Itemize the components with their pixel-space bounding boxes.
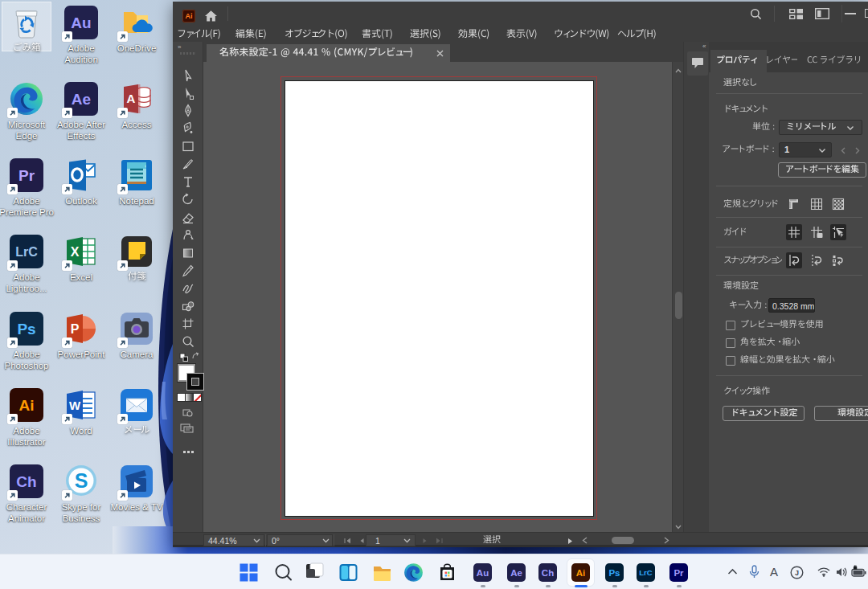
svg-text:W: W — [69, 399, 81, 412]
svg-text:Ai: Ai — [19, 397, 35, 414]
svg-text:LrC: LrC — [15, 245, 38, 259]
svg-text:Ae: Ae — [510, 568, 522, 578]
svg-text:J: J — [795, 569, 799, 577]
svg-text:Ps: Ps — [608, 568, 620, 578]
svg-text:Ps: Ps — [17, 321, 35, 337]
svg-text:A: A — [127, 92, 136, 105]
svg-text:Au: Au — [477, 568, 489, 578]
svg-text:X: X — [71, 245, 80, 259]
svg-text:Pr: Pr — [18, 167, 35, 184]
svg-text:LrC: LrC — [639, 568, 653, 577]
svg-text:P: P — [71, 322, 80, 336]
svg-text:Ch: Ch — [542, 568, 554, 578]
svg-text:Ai: Ai — [576, 568, 586, 578]
svg-text:Pr: Pr — [674, 568, 684, 578]
svg-text:S: S — [75, 469, 88, 492]
svg-text:Au: Au — [71, 14, 91, 31]
svg-text:Ae: Ae — [72, 91, 91, 108]
svg-text:Ch: Ch — [16, 473, 36, 490]
